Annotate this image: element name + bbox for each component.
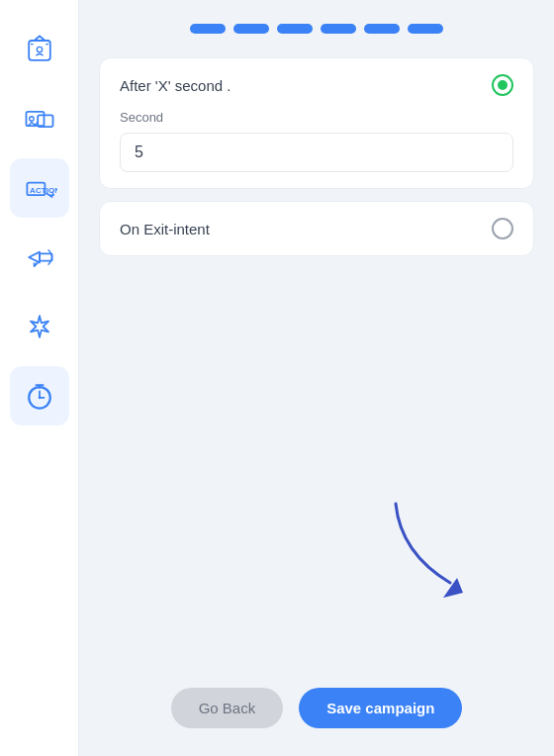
second-field-label: Second [120,110,513,125]
sidebar-item-effects[interactable] [10,297,69,356]
svg-point-4 [29,117,34,122]
trigger-option-2-header: On Exit-intent [120,218,513,239]
trigger-option-1-radio-inner [498,80,508,90]
sidebar-item-action[interactable]: ACTION [10,158,69,218]
second-field-section: Second [120,110,513,172]
go-back-button[interactable]: Go Back [171,688,284,728]
sidebar-item-timer[interactable] [10,366,69,425]
save-campaign-button[interactable]: Save campaign [299,688,462,728]
progress-dot-3 [277,24,313,34]
sidebar-item-campaign[interactable] [10,228,69,287]
progress-dot-2 [233,24,269,34]
sidebar-item-media[interactable] [10,89,69,148]
annotation-arrow [386,494,475,603]
svg-point-1 [37,47,42,51]
progress-dot-6 [408,24,443,34]
progress-dot-4 [321,24,356,34]
trigger-option-2-title: On Exit-intent [120,221,210,237]
svg-rect-7 [40,253,52,260]
svg-point-9 [38,396,41,399]
sidebar: ACTION [0,0,79,756]
progress-dots [99,24,534,34]
trigger-option-2-card: On Exit-intent [99,201,534,256]
sidebar-item-brand[interactable] [10,20,69,79]
trigger-option-1-radio[interactable] [492,74,513,96]
second-field-input[interactable] [120,133,513,172]
arrow-area [99,268,534,672]
trigger-option-1-header: After 'X' second . [120,74,513,96]
trigger-option-1-title: After 'X' second . [120,77,231,94]
main-content: After 'X' second . Second On Exit-intent… [79,0,554,756]
progress-dot-1 [190,24,226,34]
trigger-option-2-radio[interactable] [492,218,513,239]
footer-actions: Go Back Save campaign [99,672,534,736]
trigger-option-1-card: After 'X' second . Second [99,57,534,189]
progress-dot-5 [364,24,400,34]
